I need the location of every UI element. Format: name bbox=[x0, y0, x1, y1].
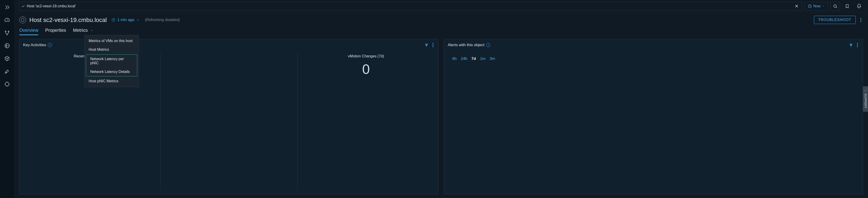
clear-search-icon[interactable]: ✕ bbox=[794, 3, 800, 9]
dropdown-item-host-metrics[interactable]: Host Metrics bbox=[85, 45, 138, 54]
metric-vmotion-changes: vMotion Changes (7d) 0 bbox=[298, 53, 435, 191]
support-tab[interactable]: SUPPORT bbox=[863, 86, 868, 112]
time-range-group: 6h 24h 7d 1m 3m bbox=[448, 53, 859, 65]
svg-point-11 bbox=[834, 5, 836, 7]
dropdown-item-latency-pnic[interactable]: Network Latency per pNIC bbox=[86, 55, 137, 68]
dropdown-item-pnic-metrics[interactable]: Host pNIC Metrics bbox=[85, 77, 138, 85]
notifications-bell-icon[interactable] bbox=[854, 2, 864, 10]
refresh-age-button[interactable]: 1 min ago bbox=[111, 17, 140, 22]
time-range-label: Now bbox=[813, 4, 820, 8]
tab-metrics[interactable]: Metrics bbox=[73, 28, 93, 35]
time-range-button[interactable]: Now bbox=[804, 2, 828, 10]
panels-row: Key Activities i Recent Problems (7d) 0 … bbox=[14, 35, 868, 198]
svg-point-19 bbox=[433, 46, 433, 47]
clock-icon bbox=[111, 18, 116, 22]
panel-options-icon[interactable] bbox=[431, 42, 435, 48]
dropdown-item-vms[interactable]: Metrics of VMs on this host bbox=[85, 37, 138, 45]
svg-point-5 bbox=[5, 82, 9, 86]
svg-line-0 bbox=[7, 19, 8, 21]
tab-properties[interactable]: Properties bbox=[45, 28, 66, 35]
svg-point-21 bbox=[857, 45, 858, 45]
svg-point-1 bbox=[5, 31, 6, 32]
panel-options-icon[interactable] bbox=[856, 42, 859, 48]
chevron-down-icon bbox=[91, 29, 93, 33]
info-icon[interactable]: i bbox=[486, 43, 490, 47]
tab-metrics-label: Metrics bbox=[73, 28, 88, 33]
search-input[interactable] bbox=[27, 4, 794, 8]
search-field[interactable]: ✕ bbox=[19, 2, 802, 10]
panel-header: Key Activities i bbox=[20, 39, 438, 51]
range-24h[interactable]: 24h bbox=[461, 56, 467, 61]
page-header: Host sc2-vesxi-19.cmbu.local 1 min ago (… bbox=[14, 12, 868, 25]
refresh-age-text: 1 min ago bbox=[117, 17, 134, 22]
collapse-sidebar-icon[interactable] bbox=[4, 4, 10, 10]
svg-point-18 bbox=[433, 45, 433, 45]
range-7d[interactable]: 7d bbox=[471, 56, 476, 61]
panel-key-activities: Key Activities i Recent Problems (7d) 0 … bbox=[19, 39, 438, 194]
svg-point-2 bbox=[8, 31, 9, 32]
bookmark-icon[interactable] bbox=[842, 2, 852, 10]
panel-alerts: Alerts with this object i 6h 24h 7d 1m 3… bbox=[444, 39, 863, 194]
branch-icon[interactable] bbox=[4, 30, 10, 36]
metric-middle-placeholder bbox=[160, 53, 298, 191]
tools-icon[interactable] bbox=[4, 68, 10, 75]
svg-point-14 bbox=[861, 18, 861, 19]
cube-icon[interactable] bbox=[4, 55, 10, 62]
host-icon bbox=[19, 16, 26, 23]
activities-body: Recent Problems (7d) 0 vMotion Changes (… bbox=[20, 51, 438, 194]
metric-label: vMotion Changes (7d) bbox=[348, 54, 384, 58]
range-1m[interactable]: 1m bbox=[480, 56, 486, 61]
pin-icon[interactable] bbox=[847, 42, 854, 48]
panel-title: Key Activities bbox=[23, 43, 46, 47]
range-6h[interactable]: 6h bbox=[453, 56, 457, 61]
chevron-down-icon bbox=[136, 18, 140, 22]
main-column: ✕ Now Host sc2-vesxi-19.cmbu.local 1 min… bbox=[14, 0, 868, 198]
svg-point-22 bbox=[857, 46, 858, 47]
chevron-icon bbox=[864, 90, 867, 92]
alerts-body: 6h 24h 7d 1m 3m bbox=[444, 51, 863, 194]
metrics-dropdown: Metrics of VMs on this host Host Metrics… bbox=[84, 35, 139, 87]
tabs-row: Overview Properties Metrics Metrics of V… bbox=[14, 25, 868, 35]
svg-point-20 bbox=[857, 43, 858, 44]
svg-point-15 bbox=[861, 19, 861, 21]
svg-line-12 bbox=[836, 7, 837, 8]
target-icon[interactable] bbox=[4, 81, 10, 87]
panel-title: Alerts with this object bbox=[448, 43, 485, 47]
top-bar: ✕ Now bbox=[14, 0, 868, 12]
metric-value: 0 bbox=[362, 63, 370, 76]
globe-segments-icon[interactable] bbox=[4, 43, 10, 49]
dropdown-highlight-group: Network Latency per pNIC Network Latency… bbox=[86, 54, 137, 76]
panel-header: Alerts with this object i bbox=[444, 39, 863, 51]
support-label: SUPPORT bbox=[864, 94, 867, 109]
header-options-icon[interactable] bbox=[859, 16, 863, 24]
range-3m[interactable]: 3m bbox=[490, 56, 495, 61]
check-icon bbox=[21, 4, 25, 8]
troubleshoot-button[interactable]: TROUBLESHOOT bbox=[814, 16, 856, 24]
svg-point-16 bbox=[861, 21, 861, 22]
info-icon[interactable]: i bbox=[48, 43, 52, 47]
dashboard-gauge-icon[interactable] bbox=[4, 17, 10, 23]
svg-point-3 bbox=[7, 34, 7, 35]
tab-overview[interactable]: Overview bbox=[19, 28, 38, 35]
page-title: Host sc2-vesxi-19.cmbu.local bbox=[29, 16, 107, 24]
refresh-hint: (Refreshing disabled) bbox=[145, 18, 180, 22]
nav-rail bbox=[0, 0, 14, 198]
svg-point-17 bbox=[433, 43, 433, 44]
dropdown-item-latency-details[interactable]: Network Latency Details bbox=[86, 68, 137, 76]
global-search-button[interactable] bbox=[831, 2, 840, 10]
pin-icon[interactable] bbox=[423, 42, 430, 48]
